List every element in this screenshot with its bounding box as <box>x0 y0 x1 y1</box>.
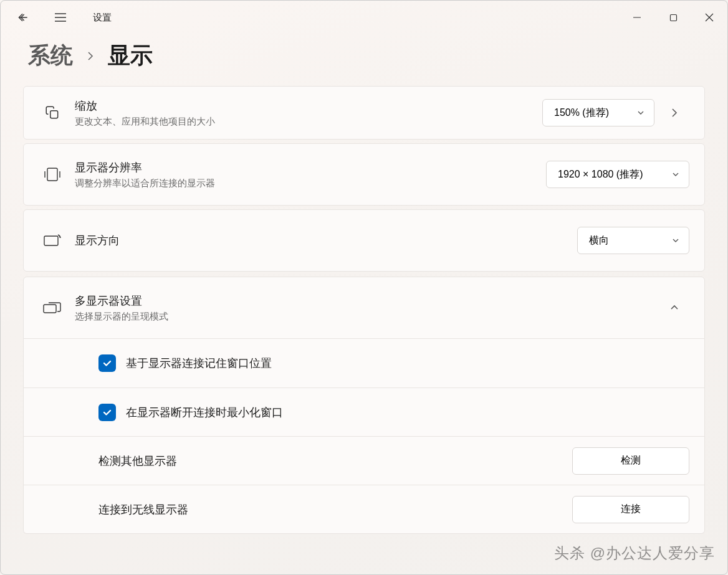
connect-label: 连接到无线显示器 <box>98 502 572 517</box>
minimize-button[interactable] <box>619 4 655 31</box>
chevron-up-icon <box>669 303 679 313</box>
multidisplay-title: 多显示器设置 <box>75 293 654 308</box>
hamburger-icon <box>54 12 67 22</box>
setting-row-orientation[interactable]: 显示方向 横向 <box>23 209 705 272</box>
minimize-on-disconnect-label: 在显示器断开连接时最小化窗口 <box>126 405 689 420</box>
multidisplay-collapse[interactable] <box>659 293 689 323</box>
resolution-value: 1920 × 1080 (推荐) <box>558 168 643 181</box>
resolution-icon <box>39 168 66 181</box>
settings-window: 设置 系统 显示 缩放 更改文本、 <box>0 0 728 575</box>
close-icon <box>705 13 714 22</box>
close-button[interactable] <box>691 4 727 31</box>
watermark-text: 头杀 @办公达人爱分享 <box>554 543 715 563</box>
multidisplay-icon <box>39 301 66 315</box>
scale-dropdown[interactable]: 150% (推荐) <box>542 99 654 126</box>
titlebar-left: 设置 <box>13 7 112 27</box>
multidisplay-sub: 选择显示器的呈现模式 <box>75 311 654 323</box>
resolution-dropdown[interactable]: 1920 × 1080 (推荐) <box>546 161 689 188</box>
subrow-connect: 连接到无线显示器 连接 <box>24 485 704 533</box>
setting-row-resolution[interactable]: 显示器分辨率 调整分辨率以适合所连接的显示器 1920 × 1080 (推荐) <box>23 143 705 206</box>
maximize-button[interactable] <box>655 4 691 31</box>
maximize-icon <box>669 14 678 22</box>
scale-expand[interactable] <box>659 98 689 128</box>
svg-rect-11 <box>44 236 58 245</box>
checkbox-remember-position[interactable] <box>98 354 116 372</box>
svg-rect-7 <box>50 111 58 118</box>
scale-icon <box>39 105 66 121</box>
svg-rect-4 <box>670 14 676 21</box>
minimize-icon <box>633 13 641 22</box>
svg-rect-8 <box>47 168 57 181</box>
connect-button-label: 连接 <box>621 503 641 516</box>
setting-row-multidisplay[interactable]: 多显示器设置 选择显示器的呈现模式 <box>23 277 705 339</box>
orientation-value: 横向 <box>589 234 609 247</box>
resolution-title: 显示器分辨率 <box>75 160 546 175</box>
chevron-right-icon <box>85 51 95 61</box>
content-area: 缩放 更改文本、应用和其他项目的大小 150% (推荐) 显示器分辨率 调整分辨… <box>1 86 727 534</box>
chevron-down-icon <box>636 108 645 117</box>
window-controls <box>619 4 727 31</box>
detect-button-label: 检测 <box>621 454 641 467</box>
breadcrumb-parent[interactable]: 系统 <box>28 40 73 71</box>
chevron-right-icon <box>669 108 679 118</box>
orientation-dropdown[interactable]: 横向 <box>577 227 689 254</box>
detect-label: 检测其他显示器 <box>98 454 572 468</box>
subrow-minimize-on-disconnect[interactable]: 在显示器断开连接时最小化窗口 <box>24 387 704 436</box>
check-icon <box>102 358 112 368</box>
subrow-remember-position[interactable]: 基于显示器连接记住窗口位置 <box>24 339 704 387</box>
scale-value: 150% (推荐) <box>554 107 609 120</box>
svg-rect-12 <box>44 305 56 313</box>
app-title: 设置 <box>93 12 112 24</box>
resolution-sub: 调整分辨率以适合所连接的显示器 <box>75 178 546 189</box>
menu-button[interactable] <box>50 7 70 27</box>
check-icon <box>102 407 112 417</box>
back-button[interactable] <box>13 7 33 27</box>
checkbox-minimize-on-disconnect[interactable] <box>98 404 116 421</box>
chevron-down-icon <box>671 236 680 245</box>
breadcrumb-current: 显示 <box>108 40 153 71</box>
scale-sub: 更改文本、应用和其他项目的大小 <box>75 116 542 128</box>
scale-title: 缩放 <box>75 98 542 113</box>
orientation-title: 显示方向 <box>75 233 577 248</box>
connect-button[interactable]: 连接 <box>572 496 689 523</box>
multidisplay-subgroup: 基于显示器连接记住窗口位置 在显示器断开连接时最小化窗口 检测其他显示器 检测 … <box>23 339 705 534</box>
breadcrumb: 系统 显示 <box>1 34 727 86</box>
chevron-down-icon <box>671 170 680 179</box>
orientation-icon <box>39 234 66 247</box>
setting-row-scale[interactable]: 缩放 更改文本、应用和其他项目的大小 150% (推荐) <box>23 86 705 140</box>
titlebar: 设置 <box>1 1 727 34</box>
remember-position-label: 基于显示器连接记住窗口位置 <box>126 356 689 371</box>
detect-button[interactable]: 检测 <box>572 447 689 475</box>
subrow-detect: 检测其他显示器 检测 <box>24 436 704 485</box>
